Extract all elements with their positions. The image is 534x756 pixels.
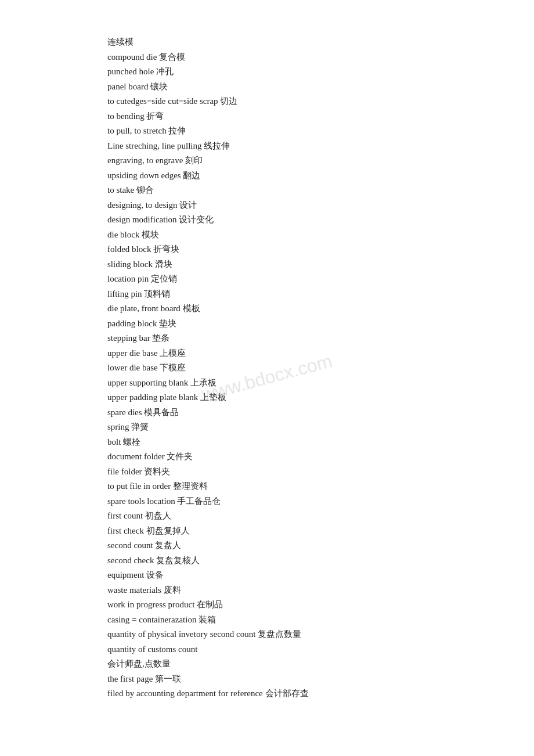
term-line: document folder 文件夹 [107,449,427,465]
term-line: stepping bar 垫条 [107,331,427,346]
term-line: filed by accounting department for refer… [107,686,427,701]
term-line: quantity of customs count [107,642,427,657]
term-line: Line streching, line pulling 线拉伸 [107,139,427,154]
term-line: second count 复盘人 [107,538,427,553]
term-line: engraving, to engrave 刻印 [107,153,427,168]
term-line: die block 模块 [107,228,427,243]
term-line: to stake 铆合 [107,183,427,198]
term-line: spare dies 模具备品 [107,405,427,420]
term-line: compound die 复合模 [107,50,427,65]
term-line: location pin 定位销 [107,272,427,287]
term-line: sliding block 滑块 [107,257,427,272]
term-line: bolt 螺栓 [107,435,427,450]
term-line: to put file in order 整理资料 [107,479,427,494]
term-line: first check 初盘复掉人 [107,524,427,539]
term-line: spring 弹簧 [107,420,427,435]
page-content: 连续模compound die 复合模punched hole 冲孔panel … [0,0,534,736]
term-line: work in progress product 在制品 [107,597,427,613]
term-line: second check 复盘复核人 [107,553,427,568]
term-line: to pull, to stretch 拉伸 [107,124,427,139]
term-line: lifting pin 顶料销 [107,287,427,302]
term-line: upsiding down edges 翻边 [107,168,427,183]
term-line: panel board 镶块 [107,80,427,95]
term-line: casing = containerazation 装箱 [107,613,427,628]
term-line: punched hole 冲孔 [107,64,427,80]
term-line: lower die base 下模座 [107,361,427,376]
term-line: padding block 垫块 [107,316,427,332]
term-line: 连续模 [107,35,427,50]
term-line: die plate, front board 模板 [107,301,427,316]
term-line: waste materials 废料 [107,583,427,598]
term-line: 会计师盘,点数量 [107,657,427,672]
term-line: quantity of physical invetory second cou… [107,627,427,642]
term-line: spare tools location 手工备品仓 [107,494,427,509]
term-line: to cutedges=side cut=side scrap 切边 [107,94,427,109]
term-line: upper supporting blank 上承板 [107,376,427,391]
term-line: upper padding plate blank 上垫板 [107,390,427,405]
term-line: file folder 资料夹 [107,465,427,480]
term-line: the first page 第一联 [107,672,427,687]
term-line: first count 初盘人 [107,509,427,524]
term-line: equipment 设备 [107,568,427,583]
term-line: folded block 折弯块 [107,242,427,257]
term-line: designing, to design 设计 [107,198,427,213]
term-line: to bending 折弯 [107,109,427,124]
term-line: upper die base 上模座 [107,346,427,361]
term-line: design modification 设计变化 [107,213,427,228]
